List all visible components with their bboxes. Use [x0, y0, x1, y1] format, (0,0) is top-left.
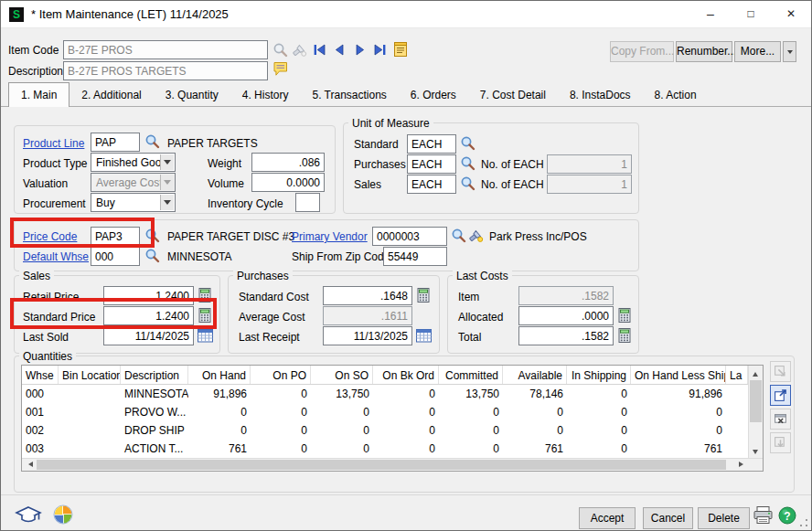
resize-grip[interactable]: [799, 518, 808, 527]
price-code-lookup-icon[interactable]: [144, 228, 160, 243]
grid-column-header[interactable]: On Hand Less Ship: [631, 366, 726, 384]
scroll-up-button[interactable]: [749, 366, 763, 378]
product-line-lookup-icon[interactable]: [144, 133, 160, 149]
memo-icon[interactable]: [392, 41, 409, 58]
vendor-flashlight-icon[interactable]: [468, 228, 484, 243]
grid-column-header[interactable]: On Hand: [188, 366, 251, 384]
grid-cell: 0: [311, 403, 373, 421]
vertical-scroll-thumb[interactable]: [750, 380, 762, 422]
standard-cost-input[interactable]: .1648: [323, 286, 412, 305]
close-button[interactable]: ✕: [771, 1, 811, 28]
allocated-calculator-icon[interactable]: [616, 307, 633, 324]
item-code-input[interactable]: B-27E PROS: [63, 40, 268, 59]
grid-column-header[interactable]: Bin Location: [59, 366, 121, 384]
tab-instadocs[interactable]: 8. InstaDocs: [558, 83, 643, 106]
last-record-icon[interactable]: [372, 42, 388, 58]
retail-price-calculator-icon[interactable]: [197, 287, 213, 303]
last-sold-calendar-icon[interactable]: [197, 327, 214, 344]
price-code-input[interactable]: PAP3: [91, 227, 140, 246]
total-calculator-icon[interactable]: [616, 327, 633, 344]
uom-standard-lookup-icon[interactable]: [460, 135, 475, 151]
previous-record-icon[interactable]: [332, 42, 347, 58]
procurement-dropdown[interactable]: Buy: [91, 193, 176, 212]
scroll-right-button[interactable]: [734, 459, 748, 471]
uom-sales-lookup-icon[interactable]: [460, 175, 475, 191]
volume-input[interactable]: 0.0000: [251, 173, 325, 192]
grid-row[interactable]: 001PROVO W...00000000: [22, 403, 763, 421]
uom-standard-input[interactable]: EACH: [407, 134, 456, 154]
grid-column-header[interactable]: On SO: [311, 366, 373, 384]
weight-input[interactable]: .086: [251, 153, 325, 172]
last-cost-total-input[interactable]: .1582: [518, 326, 614, 345]
colorful-pie-icon[interactable]: [53, 504, 73, 525]
last-receipt-input[interactable]: 11/13/2025: [323, 326, 412, 345]
minimize-button[interactable]: –: [690, 1, 731, 28]
primary-vendor-lookup-icon[interactable]: [451, 228, 466, 243]
grid-column-header[interactable]: On Bk Ord: [373, 366, 439, 384]
grid-expand-button[interactable]: [770, 385, 791, 406]
primary-vendor-input[interactable]: 0000003: [372, 227, 447, 246]
search-icon[interactable]: [272, 42, 288, 58]
more-dropdown-button[interactable]: [783, 41, 796, 62]
more-button[interactable]: More...: [734, 41, 781, 62]
flashlight-icon[interactable]: [292, 42, 307, 58]
tab-cost-detail[interactable]: 7. Cost Detail: [468, 83, 558, 106]
inventory-cycle-input[interactable]: [295, 193, 320, 212]
grid-cell: [59, 440, 121, 458]
tab-quantity[interactable]: 3. Quantity: [154, 83, 230, 106]
uom-purchases-input[interactable]: EACH: [407, 154, 456, 174]
default-whse-link[interactable]: Default Whse: [23, 250, 89, 263]
standard-price-calculator-icon[interactable]: [197, 307, 213, 324]
price-code-link[interactable]: Price Code: [23, 230, 77, 243]
primary-vendor-link[interactable]: Primary Vendor: [292, 230, 368, 243]
graduation-cap-icon[interactable]: [15, 505, 42, 526]
help-icon[interactable]: ?: [778, 506, 796, 525]
ship-from-zip-input[interactable]: 55449: [383, 247, 447, 266]
grid-column-header[interactable]: Description: [121, 366, 188, 384]
tab-main[interactable]: 1. Main: [8, 82, 69, 107]
last-receipt-calendar-icon[interactable]: [415, 327, 433, 344]
last-cost-allocated-input[interactable]: .0000: [518, 306, 614, 325]
cancel-button[interactable]: Cancel: [643, 507, 693, 529]
grid-column-header[interactable]: Committed: [439, 366, 503, 384]
grid-column-header[interactable]: La: [726, 366, 748, 384]
grid-row[interactable]: 000MINNESOTA91,896013,750013,75078,14609…: [22, 385, 763, 403]
scroll-left-button[interactable]: [22, 459, 36, 471]
uom-sales-input[interactable]: EACH: [407, 175, 456, 194]
product-type-dropdown[interactable]: Finished Good: [91, 153, 176, 172]
description-input[interactable]: B-27E PROS TARGETS: [63, 61, 268, 80]
first-record-icon[interactable]: [312, 42, 327, 58]
maximize-button[interactable]: □: [731, 1, 771, 28]
text-bubble-icon[interactable]: [272, 61, 289, 77]
last-sold-input[interactable]: 11/14/2025: [103, 326, 194, 345]
product-line-input[interactable]: PAP: [91, 133, 140, 152]
grid-column-header[interactable]: In Shipping: [567, 366, 631, 384]
renumber-button[interactable]: Renumber...: [676, 41, 732, 62]
tab-orders[interactable]: 6. Orders: [399, 83, 468, 106]
product-line-link[interactable]: Product Line: [23, 137, 84, 150]
tab-history[interactable]: 4. History: [230, 83, 301, 106]
horizontal-scroll-thumb[interactable]: [37, 460, 726, 470]
uom-purchases-lookup-icon[interactable]: [460, 155, 475, 171]
standard-cost-calculator-icon[interactable]: [415, 287, 432, 303]
delete-button[interactable]: Delete: [698, 507, 750, 529]
vertical-scrollbar[interactable]: [748, 366, 763, 458]
retail-price-input[interactable]: 1.2400: [103, 286, 194, 305]
printer-icon[interactable]: [753, 505, 774, 526]
default-whse-lookup-icon[interactable]: [144, 248, 160, 263]
horizontal-scrollbar[interactable]: [22, 458, 763, 471]
tab-action[interactable]: 8. Action: [643, 83, 709, 106]
next-record-icon[interactable]: [352, 42, 368, 58]
tab-transactions[interactable]: 5. Transactions: [300, 83, 398, 106]
grid-row[interactable]: 002DROP SHIP00000000: [22, 421, 763, 440]
tab-additional[interactable]: 2. Additional: [69, 83, 153, 106]
grid-column-header[interactable]: Whse: [22, 366, 59, 384]
accept-button[interactable]: Accept: [579, 507, 636, 529]
standard-price-input[interactable]: 1.2400: [103, 306, 194, 325]
grid-clear-button[interactable]: [770, 409, 791, 430]
default-whse-input[interactable]: 000: [91, 247, 140, 266]
grid-column-header[interactable]: On PO: [251, 366, 311, 384]
grid-column-header[interactable]: Available: [503, 366, 567, 384]
grid-row[interactable]: 003ACTION T...76100007610761: [22, 440, 763, 458]
scroll-down-button[interactable]: [749, 445, 763, 458]
